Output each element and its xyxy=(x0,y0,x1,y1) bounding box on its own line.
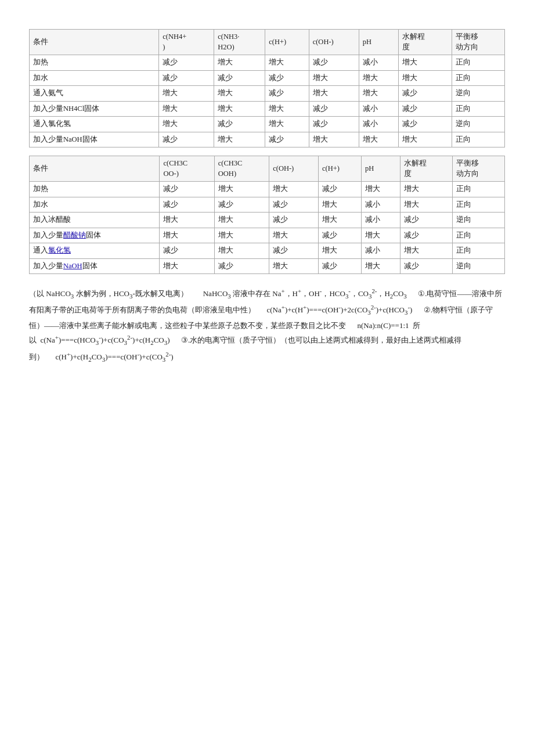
table-cell: 减少 xyxy=(318,182,361,197)
table-row: 加热减少增大增大减少增大增大正向 xyxy=(30,182,505,197)
table-cell: 减小 xyxy=(362,213,400,228)
table-cell: 增大 xyxy=(400,197,453,213)
table-row: 通入氯化氢减少增大减少增大减小增大正向 xyxy=(30,243,505,259)
table-cell: 减小 xyxy=(359,101,398,117)
table-cell: 正向 xyxy=(453,228,505,243)
table-cell: 减少 xyxy=(269,243,319,259)
table-cell: 增大 xyxy=(399,70,452,86)
table-row: 加入少量醋酸钠固体增大增大增大减少增大减少正向 xyxy=(30,228,505,243)
table-cell: 增大 xyxy=(214,228,269,243)
table-cell: 增大 xyxy=(214,86,265,102)
table-cell: 减少 xyxy=(309,117,359,132)
table1-header-row: 条件 c(NH4+) c(NH3·H2O) c(H+) c(OH-) pH 水解… xyxy=(30,30,505,55)
table-cell: 增大 xyxy=(269,228,319,243)
table-cell: 加热 xyxy=(30,182,160,197)
table-row: 加水减少减少减少增大减小增大正向 xyxy=(30,197,505,213)
th2-condition: 条件 xyxy=(30,156,160,182)
table-cell: 减少 xyxy=(318,228,361,243)
table-cell: 减少 xyxy=(160,197,214,213)
th-condition: 条件 xyxy=(30,30,159,55)
table-cell: 减少 xyxy=(265,70,309,86)
condition-link[interactable]: 醋酸钠 xyxy=(63,231,86,239)
table-row: 加入少量NH4Cl固体增大增大增大减少减小减少正向 xyxy=(30,101,505,117)
table-cell: 增大 xyxy=(399,55,452,71)
table-cell: 通入氯化氢 xyxy=(30,117,159,132)
th-coh: c(OH-) xyxy=(309,30,359,55)
table-cell: 增大 xyxy=(160,213,214,228)
table2: 条件 c(CH3COO-) c(CH3COOH) c(OH-) c(H+) pH… xyxy=(29,156,505,274)
table-cell: 正向 xyxy=(452,132,504,147)
table-cell: 减小 xyxy=(359,55,398,71)
table2-container: 条件 c(CH3COO-) c(CH3COOH) c(OH-) c(H+) pH… xyxy=(29,156,505,274)
table-cell: 减少 xyxy=(400,258,453,274)
table-cell: 通入氨气 xyxy=(30,86,159,102)
table-cell: 减少 xyxy=(399,117,452,132)
table-cell: 增大 xyxy=(214,182,269,197)
th2-cacoooh: c(CH3COOH) xyxy=(214,156,269,182)
table-cell: 减小 xyxy=(359,117,398,132)
table-cell: 减少 xyxy=(214,70,265,86)
table-cell: 增大 xyxy=(269,182,319,197)
table-cell: 加热 xyxy=(30,55,159,71)
table-cell: 增大 xyxy=(359,132,398,147)
th2-coh: c(OH-) xyxy=(269,156,319,182)
table-cell: 增大 xyxy=(160,228,214,243)
table-cell: 增大 xyxy=(159,101,214,117)
table-cell: 减少 xyxy=(400,213,453,228)
table-cell: 逆向 xyxy=(453,213,505,228)
table-cell: 增大 xyxy=(265,117,309,132)
table-cell: 加入少量NaOH固体 xyxy=(30,258,160,274)
th-ph: pH xyxy=(359,30,398,55)
table-cell: 逆向 xyxy=(452,86,504,102)
table-cell: 减小 xyxy=(362,197,400,213)
th2-hydrolysis: 水解程度 xyxy=(400,156,453,182)
th2-ch: c(H+) xyxy=(318,156,361,182)
table1-container: 条件 c(NH4+) c(NH3·H2O) c(H+) c(OH-) pH 水解… xyxy=(29,29,505,147)
th-cnh3h2o: c(NH3·H2O) xyxy=(214,30,265,55)
table-cell: 通入氯化氢 xyxy=(30,243,160,259)
th-ch: c(H+) xyxy=(265,30,309,55)
table-cell: 逆向 xyxy=(453,258,505,274)
table-cell: 增大 xyxy=(214,243,269,259)
table-cell: 增大 xyxy=(318,197,361,213)
section3: 条件 c(NH4+) c(NH3·H2O) c(H+) c(OH-) pH 水解… xyxy=(29,29,505,274)
table-cell: 减少 xyxy=(318,258,361,274)
th-hydrolysis: 水解程度 xyxy=(399,30,452,55)
table-cell: 减少 xyxy=(265,132,309,147)
table-cell: 增大 xyxy=(214,132,265,147)
table-cell: 增大 xyxy=(159,117,214,132)
th-cnh4: c(NH4+) xyxy=(159,30,214,55)
table-cell: 减少 xyxy=(269,213,319,228)
table-cell: 正向 xyxy=(452,101,504,117)
table-cell: 减少 xyxy=(269,197,319,213)
table-row: 加热减少增大增大减少减小增大正向 xyxy=(30,55,505,71)
table-cell: 加水 xyxy=(30,70,159,86)
table-cell: 减少 xyxy=(214,197,269,213)
table-cell: 正向 xyxy=(452,55,504,71)
table-cell: 正向 xyxy=(452,70,504,86)
table-cell: 减少 xyxy=(160,182,214,197)
condition-link[interactable]: 氯化氢 xyxy=(48,246,71,254)
table-row: 加入冰醋酸增大增大减少增大减小减少逆向 xyxy=(30,213,505,228)
condition-link[interactable]: NaOH xyxy=(63,262,82,270)
table-cell: 增大 xyxy=(309,70,359,86)
th2-ph: pH xyxy=(362,156,400,182)
table-cell: 增大 xyxy=(318,213,361,228)
table-cell: 加水 xyxy=(30,197,160,213)
table-cell: 增大 xyxy=(160,258,214,274)
table-cell: 增大 xyxy=(214,55,265,71)
table-cell: 增大 xyxy=(214,101,265,117)
table-cell: 增大 xyxy=(399,132,452,147)
table-row: 加入少量NaOH固体增大减少增大减少增大减少逆向 xyxy=(30,258,505,274)
table-cell: 减少 xyxy=(214,117,265,132)
table-cell: 减少 xyxy=(159,132,214,147)
table-row: 加水减少减少减少增大增大增大正向 xyxy=(30,70,505,86)
th2-cacooc: c(CH3COO-) xyxy=(160,156,214,182)
table-cell: 减少 xyxy=(309,55,359,71)
table-cell: 增大 xyxy=(362,228,400,243)
table-cell: 减少 xyxy=(399,86,452,102)
table-cell: 增大 xyxy=(214,213,269,228)
table-cell: 正向 xyxy=(453,182,505,197)
table-cell: 增大 xyxy=(362,258,400,274)
table-cell: 加入冰醋酸 xyxy=(30,213,160,228)
